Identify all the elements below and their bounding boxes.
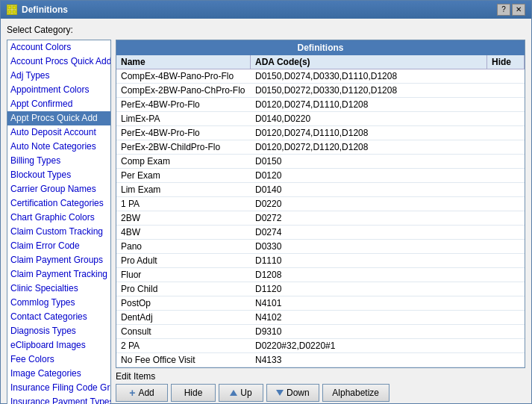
category-item-appt-confirmed[interactable]: Appt Confirmed [7, 97, 110, 111]
category-item-image-categories[interactable]: Image Categories [7, 367, 110, 381]
category-item-chart-graphic-colors[interactable]: Chart Graphic Colors [7, 211, 110, 225]
cell-hide [487, 254, 525, 267]
plus-icon: + [129, 387, 135, 399]
col-header-name: Name [116, 55, 251, 69]
category-item-claim-payment-tracking[interactable]: Claim Payment Tracking [7, 267, 110, 282]
cell-ada: D0220#32,D0220#1 [251, 339, 487, 352]
table-row[interactable]: DentAdjN4102 [116, 311, 525, 325]
svg-rect-1 [13, 6, 16, 9]
cell-ada: D0140 [251, 183, 487, 196]
category-item-eclipboard-images[interactable]: eClipboard Images [7, 338, 110, 352]
category-item-fee-colors[interactable]: Fee Colors [7, 352, 110, 367]
cell-name: DentAdj [116, 311, 251, 324]
cell-ada: D0120,D0274,D1110,D1208 [251, 126, 487, 140]
cell-hide [487, 140, 525, 154]
table-row[interactable]: Pro ChildD1120 [116, 282, 525, 296]
category-item-certification-categories[interactable]: Certification Categories [7, 196, 110, 211]
add-button[interactable]: + Add [116, 384, 168, 402]
cell-ada: N4101 [251, 296, 487, 310]
table-row[interactable]: No Fee Office VisitN4133 [116, 353, 525, 367]
table-row[interactable]: Lim ExamD0140 [116, 183, 525, 197]
cell-name: 1 PA [116, 197, 251, 211]
cell-name: PostOp [116, 296, 251, 310]
cell-hide [487, 296, 525, 310]
category-item-auto-deposit-account[interactable]: Auto Deposit Account [7, 125, 110, 140]
table-row[interactable]: PerEx-4BW-Pro-FloD0120,D0274,D1110,D1208 [116, 126, 525, 140]
category-item-claim-custom-tracking[interactable]: Claim Custom Tracking [7, 225, 110, 239]
cell-ada: N4102 [251, 311, 487, 324]
category-item-auto-note-categories[interactable]: Auto Note Categories [7, 140, 110, 154]
cell-hide [487, 353, 525, 367]
title-bar-buttons: ? ✕ [497, 4, 525, 16]
table-body[interactable]: CompEx-4BW-Pano-Pro-FloD0150,D0274,D0330… [116, 69, 525, 367]
cell-name: Pro Adult [116, 254, 251, 267]
table-row[interactable]: PanoD0330 [116, 240, 525, 254]
cell-ada: D1110 [251, 254, 487, 267]
cell-name: Fluor [116, 268, 251, 282]
cell-name: Pro Child [116, 282, 251, 296]
table-row[interactable]: LimEx-PAD0140,D0220 [116, 112, 525, 126]
category-item-appt-procs-quick-add[interactable]: Appt Procs Quick Add [7, 111, 110, 125]
category-item-commlog-types[interactable]: Commlog Types [7, 296, 110, 310]
cell-hide [487, 69, 525, 83]
table-row[interactable]: FluorD1208 [116, 268, 525, 282]
category-item-carrier-group-names[interactable]: Carrier Group Names [7, 182, 110, 196]
category-item-claim-payment-groups[interactable]: Claim Payment Groups [7, 253, 110, 267]
category-item-adj-types[interactable]: Adj Types [7, 69, 110, 83]
down-label: Down [287, 388, 310, 398]
down-button[interactable]: Down [266, 384, 319, 402]
category-item-diagnosis-types[interactable]: Diagnosis Types [7, 324, 110, 338]
category-list[interactable]: Account ColorsAccount Procs Quick AddAdj… [7, 40, 111, 404]
alphabetize-button[interactable]: Alphabetize [322, 384, 389, 402]
category-item-blockout-types[interactable]: Blockout Types [7, 168, 110, 182]
up-button[interactable]: Up [219, 384, 263, 402]
cell-name: LimEx-PA [116, 112, 251, 125]
table-row[interactable]: PerEx-2BW-ChildPro-FloD0120,D0272,D1120,… [116, 140, 525, 155]
category-item-billing-types[interactable]: Billing Types [7, 154, 110, 168]
category-item-account-procs-quick-add[interactable]: Account Procs Quick Add [7, 55, 110, 69]
cell-name: 4BW [116, 226, 251, 239]
cell-name: Pano [116, 240, 251, 253]
definitions-window: Definitions ? ✕ Select Category: Account… [0, 0, 532, 404]
help-button[interactable]: ? [497, 4, 510, 16]
cell-name: 2BW [116, 211, 251, 225]
definitions-header: Definitions [116, 40, 525, 55]
table-row[interactable]: 2 PAD0220#32,D0220#1 [116, 339, 525, 353]
cell-ada: D0120,D0272,D1120,D1208 [251, 140, 487, 154]
category-item-appointment-colors[interactable]: Appointment Colors [7, 83, 110, 97]
window-title: Definitions [22, 4, 68, 15]
table-row[interactable]: Per ExamD0120 [116, 169, 525, 183]
table-header: Name ADA Code(s) Hide [116, 55, 525, 69]
cell-ada: D1120 [251, 282, 487, 296]
table-row[interactable]: Comp ExamD0150 [116, 155, 525, 169]
cell-ada: D0150,D0272,D0330,D1120,D1208 [251, 84, 487, 97]
category-item-contact-categories[interactable]: Contact Categories [7, 310, 110, 324]
category-item-claim-error-code[interactable]: Claim Error Code [7, 239, 110, 253]
window-content: Select Category: Account ColorsAccount P… [1, 19, 531, 404]
hide-button[interactable]: Hide [171, 384, 216, 402]
cell-hide [487, 197, 525, 211]
table-row[interactable]: 1 PAD0220 [116, 197, 525, 211]
category-item-insurance-payment-types[interactable]: Insurance Payment Types [7, 395, 110, 404]
table-row[interactable]: CompEx-4BW-Pano-Pro-FloD0150,D0274,D0330… [116, 69, 525, 84]
cell-name: Lim Exam [116, 183, 251, 196]
cell-name: Consult [116, 325, 251, 338]
cell-ada: D0330 [251, 240, 487, 253]
category-item-insurance-filing-code-group[interactable]: Insurance Filing Code Group [7, 381, 110, 395]
down-arrow-icon [276, 390, 284, 396]
table-row[interactable]: ConsultD9310 [116, 325, 525, 339]
table-row[interactable]: PostOpN4101 [116, 296, 525, 311]
cell-ada: D0120 [251, 169, 487, 182]
table-row[interactable]: 4BWD0274 [116, 226, 525, 240]
main-area: Account ColorsAccount Procs Quick AddAdj… [7, 40, 525, 404]
cell-name: PerEx-2BW-ChildPro-Flo [116, 140, 251, 154]
up-label: Up [240, 388, 251, 398]
close-button[interactable]: ✕ [512, 4, 525, 16]
table-row[interactable]: 2BWD0272 [116, 211, 525, 226]
category-item-account-colors[interactable]: Account Colors [7, 40, 110, 55]
cell-ada: D0150 [251, 155, 487, 168]
table-row[interactable]: Pro AdultD1110 [116, 254, 525, 268]
table-row[interactable]: CompEx-2BW-Pano-ChPro-FloD0150,D0272,D03… [116, 84, 525, 98]
category-item-clinic-specialties[interactable]: Clinic Specialties [7, 282, 110, 296]
table-row[interactable]: PerEx-4BW-Pro-FloD0120,D0274,D1110,D1208 [116, 98, 525, 112]
